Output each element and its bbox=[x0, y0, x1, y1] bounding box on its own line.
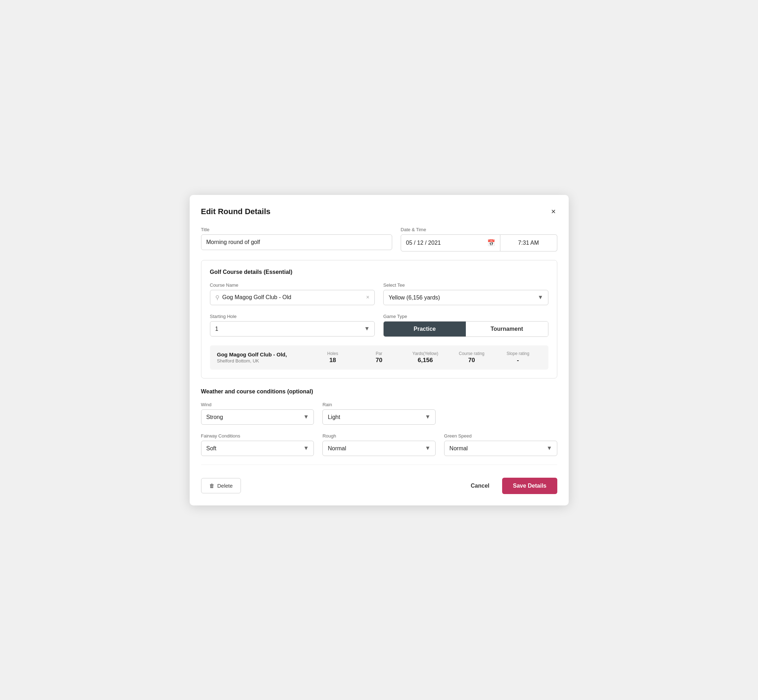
weather-section: Weather and course conditions (optional)… bbox=[201, 388, 557, 456]
holes-value: 18 bbox=[310, 357, 356, 364]
title-date-row: Title Date & Time 05 / 12 / 2021 📅 7:31 … bbox=[201, 227, 557, 252]
rain-group: Rain NoneLightModerateHeavy ▼ bbox=[323, 402, 435, 425]
rain-wrap: NoneLightModerateHeavy ▼ bbox=[323, 409, 435, 425]
title-group: Title bbox=[201, 227, 392, 252]
tournament-button[interactable]: Tournament bbox=[466, 322, 548, 336]
date-input[interactable]: 05 / 12 / 2021 📅 bbox=[401, 234, 500, 252]
wind-label: Wind bbox=[201, 402, 314, 407]
rough-select[interactable]: ShortNormalLong bbox=[323, 441, 435, 456]
fairway-label: Fairway Conditions bbox=[201, 433, 314, 439]
slope-rating-label: Slope rating bbox=[495, 351, 541, 356]
date-time-wrap: 05 / 12 / 2021 📅 7:31 AM bbox=[401, 234, 557, 252]
course-rating-label: Course rating bbox=[448, 351, 495, 356]
select-tee-label: Select Tee bbox=[383, 283, 548, 288]
search-icon: ⚲ bbox=[215, 294, 219, 301]
green-speed-group: Green Speed SlowNormalFast ▼ bbox=[444, 433, 557, 456]
yards-value: 6,156 bbox=[402, 357, 448, 364]
rough-wrap: ShortNormalLong ▼ bbox=[323, 441, 435, 456]
hole-gametype-row: Starting Hole 1234 5678 910 ▼ Game Type … bbox=[210, 314, 548, 337]
course-rating-stat: Course rating 70 bbox=[448, 351, 495, 364]
par-label: Par bbox=[356, 351, 402, 356]
course-tee-row: Course Name ⚲ × Select Tee Yellow (6,156… bbox=[210, 283, 548, 305]
course-info-box: Gog Magog Golf Club - Old, Shelford Bott… bbox=[210, 345, 548, 370]
date-value: 05 / 12 / 2021 bbox=[406, 240, 441, 246]
practice-button[interactable]: Practice bbox=[384, 322, 466, 336]
fairway-group: Fairway Conditions SoftNormalHard ▼ bbox=[201, 433, 314, 456]
title-label: Title bbox=[201, 227, 392, 232]
course-name-input-wrap[interactable]: ⚲ × bbox=[210, 290, 375, 305]
starting-hole-wrap: 1234 5678 910 ▼ bbox=[210, 321, 375, 336]
modal-title: Edit Round Details bbox=[201, 207, 271, 216]
close-button[interactable]: × bbox=[550, 206, 557, 217]
fairway-rough-green-row: Fairway Conditions SoftNormalHard ▼ Roug… bbox=[201, 433, 557, 456]
starting-hole-group: Starting Hole 1234 5678 910 ▼ bbox=[210, 314, 375, 337]
footer-divider bbox=[201, 464, 557, 465]
spacer-right bbox=[444, 402, 557, 425]
rough-group: Rough ShortNormalLong ▼ bbox=[323, 433, 435, 456]
slope-rating-stat: Slope rating - bbox=[495, 351, 541, 364]
title-input[interactable] bbox=[201, 234, 392, 250]
game-type-label: Game Type bbox=[383, 314, 548, 319]
course-info-name-text: Gog Magog Golf Club - Old, bbox=[217, 352, 310, 358]
par-value: 70 bbox=[356, 357, 402, 364]
yards-label: Yards(Yellow) bbox=[402, 351, 448, 356]
game-type-toggle: Practice Tournament bbox=[383, 321, 548, 337]
course-name-label: Course Name bbox=[210, 283, 375, 288]
course-rating-value: 70 bbox=[448, 357, 495, 364]
select-tee-input[interactable]: Yellow (6,156 yards) White Red Blue bbox=[383, 290, 548, 305]
select-tee-wrap: Yellow (6,156 yards) White Red Blue ▼ bbox=[383, 290, 548, 305]
green-speed-select[interactable]: SlowNormalFast bbox=[444, 441, 557, 456]
datetime-group: Date & Time 05 / 12 / 2021 📅 7:31 AM bbox=[401, 227, 557, 252]
yards-stat: Yards(Yellow) 6,156 bbox=[402, 351, 448, 364]
course-info-name: Gog Magog Golf Club - Old, Shelford Bott… bbox=[217, 352, 310, 364]
clear-icon[interactable]: × bbox=[366, 294, 370, 300]
datetime-label: Date & Time bbox=[401, 227, 557, 232]
holes-stat: Holes 18 bbox=[310, 351, 356, 364]
wind-select[interactable]: CalmLightModerateStrongVery Strong bbox=[201, 409, 314, 425]
starting-hole-select[interactable]: 1234 5678 910 bbox=[210, 321, 375, 336]
delete-button[interactable]: 🗑 Delete bbox=[201, 478, 241, 493]
course-info-location: Shelford Bottom, UK bbox=[217, 358, 310, 364]
calendar-icon: 📅 bbox=[487, 239, 495, 247]
slope-rating-value: - bbox=[495, 357, 541, 364]
weather-section-title: Weather and course conditions (optional) bbox=[201, 388, 557, 395]
delete-label: Delete bbox=[218, 483, 233, 489]
fairway-select[interactable]: SoftNormalHard bbox=[201, 441, 314, 456]
holes-label: Holes bbox=[310, 351, 356, 356]
game-type-group: Game Type Practice Tournament bbox=[383, 314, 548, 337]
footer-right: Cancel Save Details bbox=[464, 478, 557, 494]
cancel-button[interactable]: Cancel bbox=[464, 478, 496, 493]
rain-select[interactable]: NoneLightModerateHeavy bbox=[323, 409, 435, 425]
green-speed-wrap: SlowNormalFast ▼ bbox=[444, 441, 557, 456]
starting-hole-label: Starting Hole bbox=[210, 314, 375, 319]
golf-course-section: Golf Course details (Essential) Course N… bbox=[201, 260, 557, 378]
footer-row: 🗑 Delete Cancel Save Details bbox=[201, 475, 557, 494]
edit-round-modal: Edit Round Details × Title Date & Time 0… bbox=[190, 195, 568, 505]
fairway-wrap: SoftNormalHard ▼ bbox=[201, 441, 314, 456]
par-stat: Par 70 bbox=[356, 351, 402, 364]
time-input[interactable]: 7:31 AM bbox=[500, 234, 557, 252]
rough-label: Rough bbox=[323, 433, 435, 439]
rain-label: Rain bbox=[323, 402, 435, 407]
modal-header: Edit Round Details × bbox=[201, 206, 557, 217]
select-tee-group: Select Tee Yellow (6,156 yards) White Re… bbox=[383, 283, 548, 305]
wind-rain-row: Wind CalmLightModerateStrongVery Strong … bbox=[201, 402, 557, 425]
course-name-group: Course Name ⚲ × bbox=[210, 283, 375, 305]
green-speed-label: Green Speed bbox=[444, 433, 557, 439]
wind-group: Wind CalmLightModerateStrongVery Strong … bbox=[201, 402, 314, 425]
save-button[interactable]: Save Details bbox=[502, 478, 557, 494]
wind-wrap: CalmLightModerateStrongVery Strong ▼ bbox=[201, 409, 314, 425]
course-name-input[interactable] bbox=[222, 294, 363, 300]
trash-icon: 🗑 bbox=[209, 483, 215, 489]
golf-course-title: Golf Course details (Essential) bbox=[210, 269, 548, 275]
time-value: 7:31 AM bbox=[518, 240, 539, 246]
